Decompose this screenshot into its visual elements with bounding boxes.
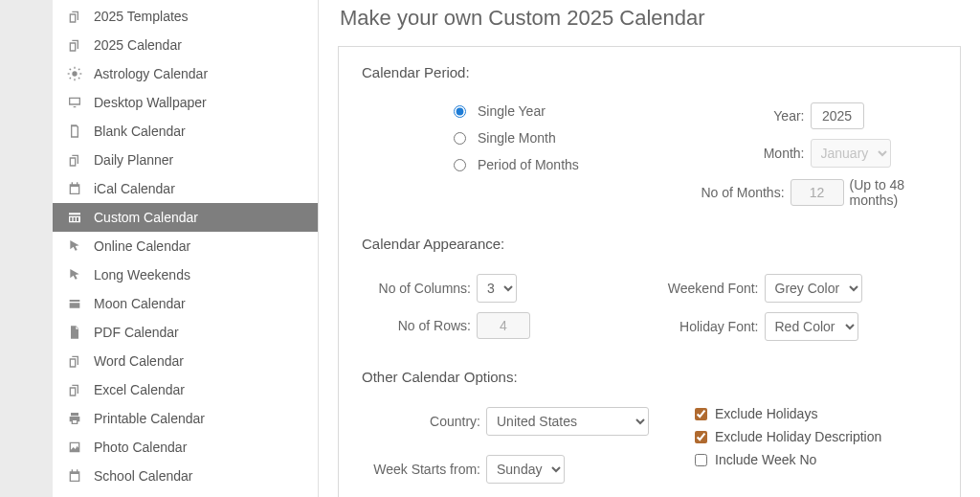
weekend-font-select[interactable]: Grey Color	[765, 274, 862, 303]
nmonths-hint: (Up to 48 months)	[850, 177, 937, 208]
sidebar-item-excel-calendar[interactable]: Excel Calendar	[53, 375, 318, 404]
weekstart-label: Week Starts from:	[362, 462, 486, 477]
copy-icon	[67, 152, 82, 168]
sidebar-item-label: 2025 Templates	[94, 9, 189, 24]
copy-icon	[67, 9, 82, 24]
sidebar-item-desktop-wallpaper[interactable]: Desktop Wallpaper	[53, 88, 318, 117]
svg-line-6	[78, 78, 79, 79]
sun-icon	[67, 66, 82, 81]
weekend-label: Weekend Font:	[650, 281, 765, 296]
main-content: Make your own Custom 2025 Calendar Calen…	[319, 0, 980, 497]
cols-label: No of Columns:	[362, 281, 477, 296]
page-title: Make your own Custom 2025 Calendar	[340, 6, 961, 31]
sidebar-item-label: Online Calendar	[94, 238, 190, 254]
sidebar-item-word-calendar[interactable]: Word Calendar	[53, 347, 318, 375]
period-option-label: Single Year	[478, 103, 546, 119]
exclude-holiday-desc-input[interactable]	[695, 431, 707, 443]
sidebar-item-label: Long Weekends	[94, 267, 190, 282]
exclude-holiday-desc-label: Exclude Holiday Description	[715, 429, 881, 444]
country-select[interactable]: United States	[486, 407, 649, 436]
cursor-icon	[67, 238, 82, 254]
month-label: Month:	[696, 146, 811, 161]
period-option-single-year[interactable]: Single Year	[454, 98, 696, 124]
period-option-label: Period of Months	[478, 157, 579, 172]
sidebar-item-label: Excel Calendar	[94, 382, 185, 397]
year-label: Year:	[696, 108, 811, 124]
weekstart-select[interactable]: Sunday	[486, 455, 565, 484]
rows-input[interactable]	[477, 312, 530, 339]
sidebar-item-blank-calendar[interactable]: Blank Calendar	[53, 117, 318, 146]
sidebar-item-label: Custom Calendar	[94, 210, 198, 225]
sidebar-item-daily-planner[interactable]: Daily Planner	[53, 146, 318, 174]
section-calendar-period: Calendar Period: Single YearSingle Month…	[362, 64, 937, 213]
image-icon	[67, 440, 82, 455]
period-radio-group: Single YearSingle MonthPeriod of Months	[362, 98, 696, 213]
other-section-label: Other Calendar Options:	[362, 369, 937, 385]
doc-fold-icon	[67, 325, 82, 340]
sidebar-item-printable-calendar[interactable]: Printable Calendar	[53, 404, 318, 433]
sidebar-item-label: Word Calendar	[94, 353, 184, 369]
other-left: Country: United States Week Starts from:…	[362, 402, 649, 488]
sidebar-item-ical-calendar[interactable]: iCal Calendar	[53, 174, 318, 203]
nmonths-input[interactable]	[791, 179, 844, 206]
exclude-holiday-desc-checkbox[interactable]: Exclude Holiday Description	[695, 425, 937, 448]
doc-icon	[67, 124, 82, 139]
appearance-section-label: Calendar Appearance:	[362, 236, 937, 252]
period-fields: Year: Month: January No of Months:	[696, 98, 938, 213]
year-input[interactable]	[811, 102, 864, 129]
exclude-holidays-input[interactable]	[695, 408, 707, 420]
cursor-icon	[67, 267, 82, 282]
sidebar-item-2025-templates[interactable]: 2025 Templates	[53, 2, 318, 31]
appearance-right: Weekend Font: Grey Color Holiday Font: R…	[650, 269, 938, 346]
include-week-no-label: Include Week No	[715, 452, 816, 467]
exclude-holidays-checkbox[interactable]: Exclude Holidays	[695, 402, 937, 425]
sidebar-item-astrology-calendar[interactable]: Astrology Calendar	[53, 59, 318, 88]
holiday-font-select[interactable]: Red Color	[765, 312, 858, 341]
month-select[interactable]: January	[811, 139, 891, 168]
cols-select[interactable]: 3	[477, 274, 517, 303]
period-radio-input[interactable]	[454, 105, 466, 118]
sidebar-item-label: Daily Planner	[94, 152, 173, 168]
calendar-icon	[67, 181, 82, 196]
sidebar-item-online-calendar[interactable]: Online Calendar	[53, 232, 318, 260]
sidebar-item-pdf-calendar[interactable]: PDF Calendar	[53, 318, 318, 347]
grid-icon	[67, 210, 82, 225]
sidebar-item-2025-calendar[interactable]: 2025 Calendar	[53, 31, 318, 59]
period-radio-input[interactable]	[454, 159, 466, 171]
country-label: Country:	[362, 414, 486, 429]
period-radio-input[interactable]	[454, 132, 466, 145]
rows-label: No of Rows:	[362, 318, 477, 333]
printer-icon	[67, 411, 82, 426]
appearance-left: No of Columns: 3 No of Rows:	[362, 269, 650, 346]
copy-icon	[67, 37, 82, 53]
nmonths-label: No of Months:	[696, 185, 791, 200]
sidebar-item-moon-calendar[interactable]: Moon Calendar	[53, 289, 318, 318]
sidebar-item-school-calendar[interactable]: School Calendar	[53, 462, 318, 490]
calendar-icon	[67, 468, 82, 484]
sidebar-item-custom-calendar[interactable]: Custom Calendar	[53, 203, 318, 232]
holiday-label: Holiday Font:	[650, 319, 765, 334]
sidebar-item-label: Photo Calendar	[94, 440, 187, 455]
sidebar-item-label: Blank Calendar	[94, 124, 186, 139]
sidebar-item-label: Desktop Wallpaper	[94, 95, 207, 110]
copy-icon	[67, 353, 82, 369]
sidebar-item-label: Moon Calendar	[94, 296, 186, 311]
period-option-single-month[interactable]: Single Month	[454, 124, 696, 151]
include-week-no-checkbox[interactable]: Include Week No	[695, 448, 937, 471]
calendar-form-panel: Calendar Period: Single YearSingle Month…	[338, 46, 961, 497]
sidebar-item-label: PDF Calendar	[94, 325, 179, 340]
monitor-icon	[67, 95, 82, 110]
period-option-period-of-months[interactable]: Period of Months	[454, 151, 696, 178]
include-week-no-input[interactable]	[695, 454, 707, 466]
sidebar-item-label: Printable Calendar	[94, 411, 205, 426]
sidebar-item-label: iCal Calendar	[94, 181, 175, 196]
sidebar-item-photo-calendar[interactable]: Photo Calendar	[53, 433, 318, 462]
sidebar-item-label: Astrology Calendar	[94, 66, 208, 81]
svg-line-8	[78, 69, 79, 70]
section-other-options: Other Calendar Options: Country: United …	[362, 369, 937, 488]
sidebar: 2025 Templates2025 CalendarAstrology Cal…	[53, 0, 319, 497]
svg-line-5	[70, 69, 71, 70]
sidebar-item-long-weekends[interactable]: Long Weekends	[53, 260, 318, 289]
svg-point-0	[72, 71, 77, 76]
period-section-label: Calendar Period:	[362, 64, 937, 80]
